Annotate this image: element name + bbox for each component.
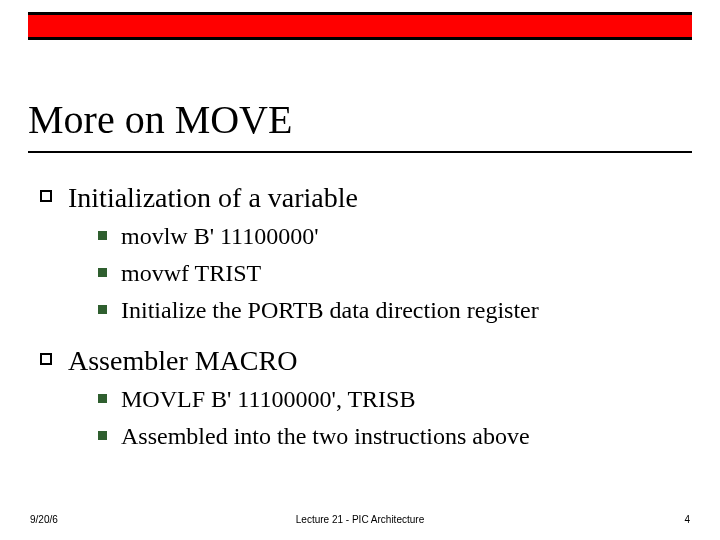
list-item: movlw B' 11100000'	[98, 221, 680, 252]
title-underline	[28, 151, 692, 153]
footer-page-number: 4	[684, 514, 690, 525]
filled-square-bullet-icon	[98, 305, 107, 314]
list-item: Assembler MACRO	[40, 343, 680, 378]
list-item: MOVLF B' 11100000', TRISB	[98, 384, 680, 415]
filled-square-bullet-icon	[98, 394, 107, 403]
slide-title: More on MOVE	[28, 96, 292, 143]
hollow-square-bullet-icon	[40, 353, 52, 365]
list-item: Initialize the PORTB data direction regi…	[98, 295, 680, 326]
hollow-square-bullet-icon	[40, 190, 52, 202]
slide-footer: 9/20/6 Lecture 21 - PIC Architecture 4	[0, 514, 720, 530]
sub-item-text: movwf TRIST	[121, 258, 261, 289]
list-item: Initialization of a variable	[40, 180, 680, 215]
list-item: movwf TRIST	[98, 258, 680, 289]
sub-item-text: MOVLF B' 11100000', TRISB	[121, 384, 415, 415]
footer-center: Lecture 21 - PIC Architecture	[0, 514, 720, 525]
sub-item-text: Initialize the PORTB data direction regi…	[121, 295, 539, 326]
slide-body: Initialization of a variable movlw B' 11…	[40, 172, 680, 468]
section-label: Assembler MACRO	[68, 343, 297, 378]
filled-square-bullet-icon	[98, 431, 107, 440]
sub-list: movlw B' 11100000' movwf TRIST Initializ…	[98, 221, 680, 327]
slide: More on MOVE Initialization of a variabl…	[0, 0, 720, 540]
sub-item-text: Assembled into the two instructions abov…	[121, 421, 530, 452]
section-label: Initialization of a variable	[68, 180, 358, 215]
sub-list: MOVLF B' 11100000', TRISB Assembled into…	[98, 384, 680, 452]
sub-item-text: movlw B' 11100000'	[121, 221, 319, 252]
list-item: Assembled into the two instructions abov…	[98, 421, 680, 452]
filled-square-bullet-icon	[98, 231, 107, 240]
filled-square-bullet-icon	[98, 268, 107, 277]
header-band	[28, 12, 692, 40]
